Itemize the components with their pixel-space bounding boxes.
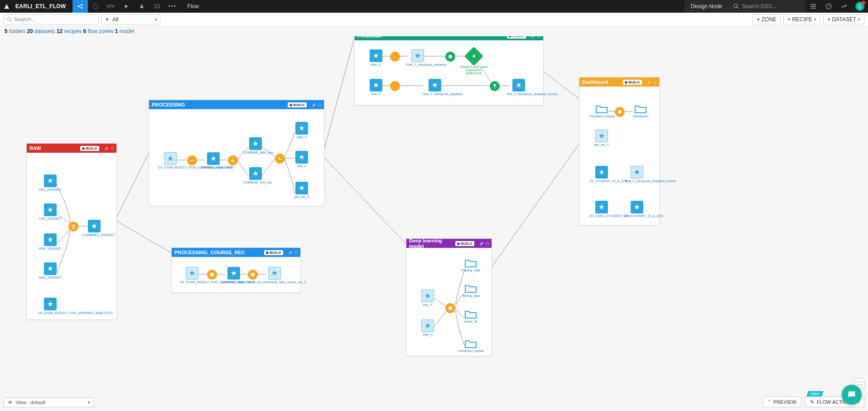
dataset-train-raw[interactable]: COMBINE_train_raw <box>243 137 268 154</box>
zone-proc-course[interactable]: PROCESSING_COURSE_REC ▶ BUILD ⤢ □ DV_EXA… <box>171 247 301 293</box>
svg-rect-14 <box>815 8 815 9</box>
dataset-course-p2[interactable]: processed_data_course_rec_2 <box>262 267 287 284</box>
flow-icon[interactable] <box>72 0 88 13</box>
svg-rect-13 <box>813 8 814 9</box>
preview-button[interactable]: ˄PREVIEW <box>763 396 801 407</box>
dataiku-logo[interactable] <box>0 3 14 10</box>
zone-deep[interactable]: Deep learning model ▶ BUILD ⤢ □ test_X t… <box>406 238 492 356</box>
dataset-deep-testX[interactable]: test_X <box>415 290 440 306</box>
help-icon[interactable]: ? <box>821 3 836 10</box>
zone-deep-build[interactable]: ▶ BUILD <box>455 241 474 246</box>
dataset-deep-trainX[interactable]: train_X <box>415 319 440 336</box>
zone-dashboard[interactable]: Dashboard ▶ BUILD ⤢ □ Prediction_results… <box>579 77 660 226</box>
folder-model[interactable]: model_dir <box>458 309 483 323</box>
dataset-dash-preres[interactable]: pre_res_X <box>589 130 614 146</box>
dataset-course-in[interactable]: DV_EXAM_RESULT_FOR_LEARNING_ANALYTICS <box>180 267 204 284</box>
dataset-test-raw[interactable]: COMBINE_test_raw <box>243 167 268 184</box>
dataset-exam-result[interactable]: DV_EXAM_RESULT_FOR_LEARNING_ANALYTICS <box>38 298 63 314</box>
folder-pred-results[interactable]: Prediction_results <box>458 338 483 353</box>
dataset-train-prep[interactable]: Train_X_transpose_prepared <box>405 49 430 66</box>
recipe-stack[interactable] <box>68 222 78 232</box>
expand-icon[interactable]: ⤢ <box>647 80 651 85</box>
recipe-pred-prep2[interactable] <box>390 81 400 91</box>
zone-processing[interactable]: PROCESSING ▶ BUILD ⤢ □ DV_EXAM_RESULT_FO… <box>149 100 324 206</box>
lock-icon[interactable] <box>134 0 149 13</box>
recipe-deep-py[interactable] <box>445 303 455 313</box>
svg-rect-5 <box>155 5 159 8</box>
ml-model-label: Predict Exam_mark (regression, partition… <box>458 65 490 75</box>
zone-processing-build[interactable]: ▶ BUILD <box>288 102 307 107</box>
dataset-test-prep[interactable]: Test_X_transpose_prepared <box>423 79 447 96</box>
dataset-gpa[interactable]: DV_STUDENT_ID_&_GPA <box>625 201 649 218</box>
recipe-train-model[interactable] <box>445 52 455 62</box>
dataset-testX[interactable]: test_X <box>289 151 314 168</box>
recipe-pred-prep1[interactable] <box>390 52 400 62</box>
zone-dashboard-build[interactable]: ▶ BUILD <box>623 80 642 85</box>
dataset-pred-trainX[interactable]: train_X <box>364 49 388 66</box>
folder-training[interactable]: Training_data <box>458 258 483 272</box>
apps-icon[interactable] <box>805 3 821 10</box>
more-icon[interactable]: ••• <box>165 0 180 13</box>
chat-fab[interactable] <box>842 385 862 405</box>
box-icon[interactable]: □ <box>111 146 114 151</box>
dataset-scored[interactable]: Test_X_transpose_prepared_scored <box>506 79 531 96</box>
dataset-course-p1[interactable]: processed_data_course_rec <box>222 267 246 284</box>
add-recipe-button[interactable]: + RECIPE▾ <box>783 15 820 24</box>
dataset-cse[interactable]: CSE_DATASET <box>38 203 63 220</box>
folder-dashboard[interactable]: Dashboard <box>628 104 653 118</box>
box-icon[interactable]: □ <box>486 241 489 246</box>
expand-icon[interactable]: ⤢ <box>105 146 108 151</box>
dashboard-icon[interactable] <box>149 0 165 13</box>
recipe-score[interactable] <box>490 81 500 91</box>
box-icon[interactable]: □ <box>654 80 656 85</box>
activity-icon[interactable] <box>836 3 852 10</box>
dataset-earli[interactable]: DV_EARLI_STUDENT_INFO <box>589 201 614 218</box>
code-icon[interactable]: </> <box>103 0 119 13</box>
add-zone-button[interactable]: + ZONE <box>752 15 781 24</box>
flow-filter[interactable]: ▼ All <box>101 15 160 24</box>
box-icon[interactable]: □ <box>318 102 321 107</box>
global-search[interactable]: Search DSS... <box>728 0 805 13</box>
dataset-trainX[interactable]: train_X <box>289 122 314 139</box>
nav-flow-label[interactable]: Flow <box>180 3 206 10</box>
user-avatar[interactable]: Q <box>855 2 864 11</box>
dataset-combined[interactable]: COMBINED_DATASET <box>82 220 106 237</box>
view-selector[interactable]: 👁 View : default <box>4 397 94 407</box>
expand-icon[interactable]: ⤢ <box>480 241 483 246</box>
add-dataset-button[interactable]: + DATASET▾ <box>823 15 864 24</box>
run-icon[interactable] <box>119 0 134 13</box>
recipes-icon[interactable] <box>88 0 103 13</box>
dataset-mae[interactable]: MAE_DATASET <box>38 262 63 279</box>
recipe-course-py2[interactable] <box>248 270 258 280</box>
dataset-eee[interactable]: EEE_DATASET <box>38 174 63 191</box>
recipe-prepare[interactable] <box>187 155 197 165</box>
zone-raw[interactable]: RAW ▶ BUILD ⤢ □ EEE_DATASET CSE_DATASET … <box>26 143 117 320</box>
folder-dash-pred[interactable]: Prediction_results <box>589 104 614 118</box>
dataset-pred-testX[interactable]: test_X <box>364 79 388 96</box>
zone-prediction[interactable]: Prediction ▶ BUILD ⤢ □ train_X Train_X_t… <box>354 31 544 106</box>
dataset-proc-in[interactable]: DV_EXAM_RESULT_FOR_LEARNING_ANALYTICS <box>158 152 183 169</box>
zone-proc-course-build[interactable]: ▶ BUILD <box>264 250 283 255</box>
recipe-python-2[interactable] <box>275 154 285 164</box>
design-node-badge[interactable]: Design Node <box>685 0 728 13</box>
dataset-preres[interactable]: pre_res_X <box>289 182 314 198</box>
ml-model[interactable]: ▦ <box>464 47 483 66</box>
recipe-course-py1[interactable] <box>207 270 217 280</box>
dataset-mse[interactable]: MSE_DATASET <box>38 233 63 250</box>
svg-rect-6 <box>811 4 812 5</box>
expand-icon[interactable]: ⤢ <box>289 250 292 255</box>
svg-rect-9 <box>811 6 812 7</box>
dataset-dash-scored[interactable]: Test_X_transpose_prepared_scored <box>625 166 649 183</box>
flow-canvas[interactable]: RAW ▶ BUILD ⤢ □ EEE_DATASET CSE_DATASET … <box>0 26 868 411</box>
folder-testing[interactable]: Testing_data <box>458 283 483 297</box>
box-icon[interactable]: □ <box>295 250 298 255</box>
flow-search-placeholder: Search… <box>14 16 37 23</box>
flow-search[interactable]: Search… <box>4 15 99 24</box>
project-title[interactable]: EARLI_ETL_FLOW <box>14 3 72 10</box>
recipe-dash-py[interactable] <box>615 107 625 117</box>
recipe-python-1[interactable] <box>228 155 238 165</box>
dataset-clean[interactable]: Combined_data_clean <box>201 152 226 169</box>
dataset-gpa1[interactable]: DV_STUDENT_ID_&_GPA_1 <box>589 166 614 183</box>
zone-raw-build[interactable]: ▶ BUILD <box>80 146 99 151</box>
expand-icon[interactable]: ⤢ <box>312 102 316 107</box>
